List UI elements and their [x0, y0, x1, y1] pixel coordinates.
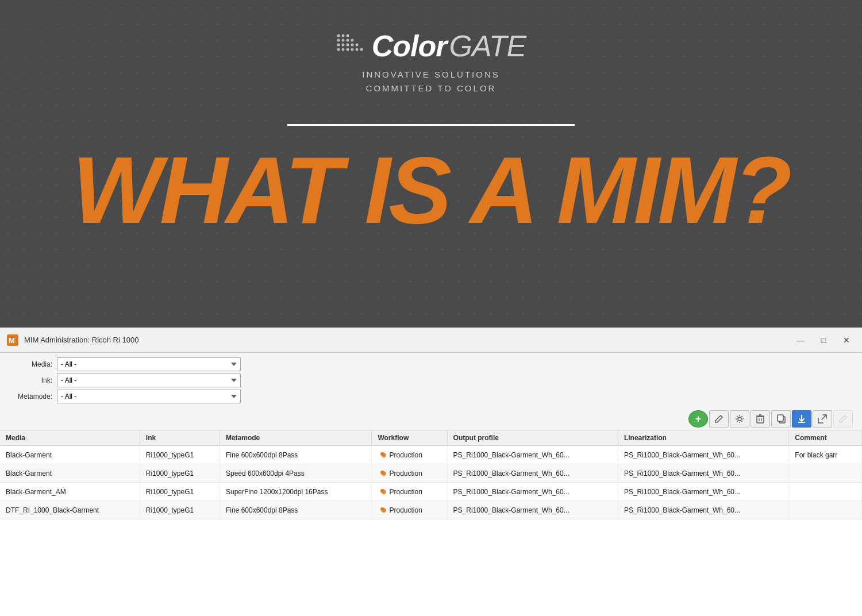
- logo-gate-part: GATE: [449, 29, 526, 63]
- edit-button[interactable]: [709, 410, 729, 428]
- svg-point-1: [341, 34, 344, 37]
- expand-button[interactable]: [813, 410, 832, 428]
- col-output-profile: Output profile: [447, 430, 618, 446]
- workflow-cell: Production: [372, 501, 447, 519]
- svg-point-16: [355, 48, 358, 51]
- cell-1: Ri1000_typeG1: [140, 464, 220, 483]
- svg-point-11: [355, 44, 358, 47]
- toolbar-buttons: +: [688, 410, 853, 428]
- media-label: Media:: [9, 360, 52, 368]
- svg-point-10: [351, 44, 353, 47]
- table-header-row: Media Ink Metamode Workflow Output profi…: [0, 430, 862, 446]
- ink-filter-row: Ink: - All -: [9, 374, 853, 387]
- gear-icon: [378, 486, 387, 497]
- gear-icon: [378, 505, 387, 515]
- gear-icon: [378, 449, 387, 460]
- svg-text:M: M: [9, 336, 15, 345]
- add-button[interactable]: +: [688, 410, 708, 428]
- data-table-container[interactable]: Media Ink Metamode Workflow Output profi…: [0, 430, 862, 616]
- cell-6: [789, 483, 862, 501]
- workflow-label: Production: [389, 469, 422, 478]
- svg-point-12: [337, 48, 340, 51]
- cell-0: DTF_RI_1000_Black-Garment: [0, 501, 140, 519]
- cell-4: PS_Ri1000_Black-Garment_Wh_60...: [447, 464, 618, 483]
- ink-label: Ink:: [9, 376, 52, 384]
- svg-point-0: [337, 34, 340, 37]
- workflow-label: Production: [389, 506, 422, 514]
- svg-point-3: [337, 39, 340, 42]
- col-metamode: Metamode: [220, 430, 372, 446]
- hero-divider: [287, 124, 575, 126]
- table-body: Black-GarmentRi1000_typeG1Fine 600x600dp…: [0, 446, 862, 519]
- media-select[interactable]: - All -: [57, 357, 241, 371]
- svg-rect-27: [778, 415, 783, 421]
- svg-point-13: [341, 48, 344, 51]
- cell-5: PS_Ri1000_Black-Garment_Wh_60...: [618, 483, 788, 501]
- svg-point-15: [351, 48, 353, 51]
- cell-2: Speed 600x600dpi 4Pass: [220, 464, 372, 483]
- minimize-button[interactable]: —: [792, 334, 809, 346]
- col-ink: Ink: [140, 430, 220, 446]
- app-icon: M: [7, 334, 18, 346]
- col-linearization: Linearization: [618, 430, 788, 446]
- svg-point-2: [346, 34, 349, 37]
- close-button[interactable]: ✕: [838, 334, 855, 346]
- svg-point-17: [360, 48, 363, 51]
- import-button[interactable]: [792, 410, 811, 428]
- svg-point-8: [341, 44, 344, 47]
- logo-dots-icon: [336, 33, 366, 59]
- window-titlebar: M MIM Administration: Ricoh Ri 1000 — □ …: [0, 328, 862, 353]
- table-row[interactable]: Black-GarmentRi1000_typeG1Fine 600x600dp…: [0, 446, 862, 464]
- toolbar: +: [0, 408, 862, 430]
- metamode-select[interactable]: - All -: [57, 390, 241, 403]
- cell-5: PS_Ri1000_Black-Garment_Wh_60...: [618, 464, 788, 483]
- media-filter-row: Media: - All -: [9, 357, 853, 371]
- copy-button[interactable]: [771, 410, 791, 428]
- table-row[interactable]: Black-Garment_AMRi1000_typeG1SuperFine 1…: [0, 483, 862, 501]
- cell-6: For black garr: [789, 446, 862, 464]
- workflow-label: Production: [389, 451, 422, 459]
- cell-2: Fine 600x600dpi 8Pass: [220, 446, 372, 464]
- mim-table: Media Ink Metamode Workflow Output profi…: [0, 430, 862, 519]
- workflow-cell: Production: [372, 464, 447, 483]
- table-row[interactable]: Black-GarmentRi1000_typeG1Speed 600x600d…: [0, 464, 862, 483]
- metamode-filter-row: Metamode: - All -: [9, 390, 853, 403]
- cell-1: Ri1000_typeG1: [140, 483, 220, 501]
- cell-0: Black-Garment_AM: [0, 483, 140, 501]
- logo-area: ColorGATE INNOVATIVE SOLUTIONS COMMITTED…: [336, 29, 526, 95]
- col-comment: Comment: [789, 430, 862, 446]
- svg-point-20: [738, 417, 741, 421]
- maximize-button[interactable]: □: [815, 334, 832, 346]
- workflow-cell: Production: [372, 483, 447, 501]
- svg-point-4: [341, 39, 344, 42]
- cell-4: PS_Ri1000_Black-Garment_Wh_60...: [447, 446, 618, 464]
- cell-5: PS_Ri1000_Black-Garment_Wh_60...: [618, 501, 788, 519]
- hero-section: ColorGATE INNOVATIVE SOLUTIONS COMMITTED…: [0, 0, 862, 328]
- svg-rect-21: [757, 417, 764, 423]
- gear-icon: [378, 468, 387, 479]
- svg-rect-28: [798, 422, 805, 423]
- cell-5: PS_Ri1000_Black-Garment_Wh_60...: [618, 446, 788, 464]
- svg-point-7: [337, 44, 340, 47]
- delete-button[interactable]: [751, 410, 770, 428]
- filter-area: Media: - All - Ink: - All - Metamode: - …: [0, 353, 862, 408]
- svg-point-5: [346, 39, 349, 42]
- cell-4: PS_Ri1000_Black-Garment_Wh_60...: [447, 501, 618, 519]
- metamode-label: Metamode:: [9, 392, 52, 401]
- logo-text: ColorGATE: [336, 29, 526, 63]
- workflow-label: Production: [389, 488, 422, 496]
- table-row[interactable]: DTF_RI_1000_Black-GarmentRi1000_typeG1Fi…: [0, 501, 862, 519]
- cell-2: Fine 600x600dpi 8Pass: [220, 501, 372, 519]
- workflow-cell: Production: [372, 446, 447, 464]
- application-window: M MIM Administration: Ricoh Ri 1000 — □ …: [0, 328, 862, 616]
- cell-0: Black-Garment: [0, 464, 140, 483]
- cell-1: Ri1000_typeG1: [140, 446, 220, 464]
- settings-button[interactable]: [730, 410, 749, 428]
- window-controls: — □ ✕: [792, 334, 855, 346]
- svg-point-14: [346, 48, 349, 51]
- cell-2: SuperFine 1200x1200dpi 16Pass: [220, 483, 372, 501]
- svg-point-9: [346, 44, 349, 47]
- main-heading: WHAT IS A MIM?: [72, 143, 790, 238]
- window-title: MIM Administration: Ricoh Ri 1000: [24, 336, 792, 344]
- ink-select[interactable]: - All -: [57, 374, 241, 387]
